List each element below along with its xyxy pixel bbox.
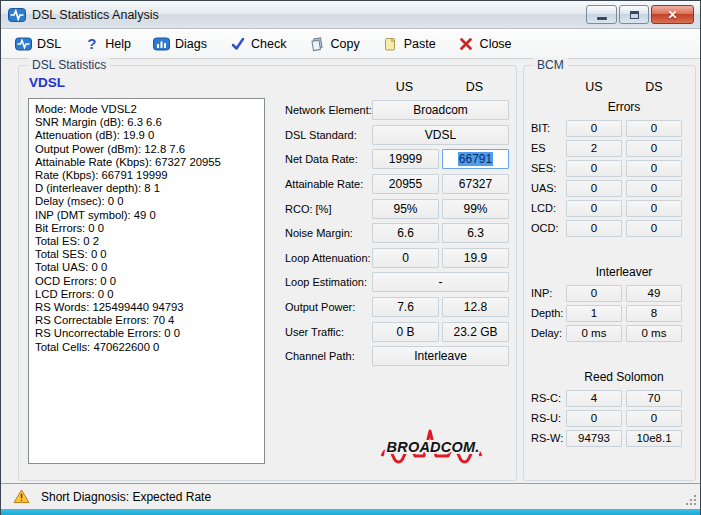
field-value-ds[interactable]: 0 bbox=[626, 200, 682, 217]
field-row: OCD:00 bbox=[531, 218, 689, 238]
minimize-icon bbox=[597, 17, 607, 20]
stat-line: OCD Errors: 0 0 bbox=[35, 275, 258, 288]
dsl-statistics-analysis-window: DSL Statistics Analysis ✕ DSL ? Help Dia… bbox=[0, 0, 701, 515]
close-button[interactable]: ✕ bbox=[651, 5, 694, 24]
field-value-us[interactable]: 0 bbox=[566, 120, 622, 137]
main-area: DSL Statistics VDSL Mode: Mode VDSL2SNR … bbox=[1, 59, 700, 483]
warning-icon bbox=[13, 489, 30, 504]
field-value-us[interactable]: 95% bbox=[372, 199, 439, 219]
field-value-us[interactable]: 0 bbox=[566, 410, 622, 427]
field-value-ds[interactable]: 67327 bbox=[442, 174, 509, 194]
field-label: SES: bbox=[531, 162, 566, 174]
field-value-us[interactable]: 0 ms bbox=[566, 325, 622, 342]
dsl-pulse-icon bbox=[15, 36, 32, 52]
status-bar: Short Diagnosis: Expected Rate bbox=[1, 483, 700, 509]
field-value-ds[interactable]: 66791 bbox=[442, 149, 509, 169]
field-value-ds[interactable]: 8 bbox=[626, 305, 682, 322]
field-value-ds[interactable]: 0 ms bbox=[626, 325, 682, 342]
field-row: RS-C:470 bbox=[531, 388, 689, 408]
toolbar-label: Diags bbox=[175, 37, 207, 51]
field-value-span[interactable]: Broadcom bbox=[372, 100, 509, 120]
field-label: User Traffic: bbox=[285, 326, 372, 338]
field-value-us[interactable]: 0 bbox=[566, 160, 622, 177]
field-value-ds[interactable]: 0 bbox=[626, 410, 682, 427]
stat-line: RS Correctable Errors: 70 4 bbox=[35, 314, 258, 327]
bcm-section: InterleaverINP:049Depth:18Delay:0 ms0 ms bbox=[531, 265, 689, 343]
field-value-ds[interactable]: 12.8 bbox=[442, 297, 509, 317]
close-x-icon bbox=[458, 36, 475, 52]
field-label: Attainable Rate: bbox=[285, 178, 372, 190]
field-label: Channel Path: bbox=[285, 350, 372, 362]
field-value-ds[interactable]: 99% bbox=[442, 199, 509, 219]
field-value-us[interactable]: 7.6 bbox=[372, 297, 439, 317]
field-value-us[interactable]: 0 bbox=[566, 285, 622, 302]
field-value-us[interactable]: 20955 bbox=[372, 174, 439, 194]
field-label: Loop Estimation: bbox=[285, 276, 372, 288]
field-value-ds[interactable]: 0 bbox=[626, 120, 682, 137]
diags-chart-icon bbox=[153, 36, 170, 52]
field-value-us[interactable]: 19999 bbox=[372, 149, 439, 169]
field-label: Net Data Rate: bbox=[285, 153, 372, 165]
selected-text: 66791 bbox=[458, 152, 493, 166]
field-value-us[interactable]: 0 bbox=[372, 248, 439, 268]
field-value-span[interactable]: - bbox=[372, 272, 509, 292]
toolbar-button-dsl[interactable]: DSL bbox=[15, 36, 61, 52]
field-row: Depth:18 bbox=[531, 303, 689, 323]
field-row: INP:049 bbox=[531, 283, 689, 303]
field-row: BIT:00 bbox=[531, 118, 689, 138]
field-value-ds[interactable]: 0 bbox=[626, 140, 682, 157]
field-value-us[interactable]: 1 bbox=[566, 305, 622, 322]
field-value-us[interactable]: 2 bbox=[566, 140, 622, 157]
field-value-us[interactable]: 0 bbox=[566, 180, 622, 197]
dsl-field-rows: Network Element:BroadcomDSL Standard:VDS… bbox=[285, 98, 511, 369]
toolbar-button-copy[interactable]: Copy bbox=[308, 36, 359, 52]
field-row: RS-U:00 bbox=[531, 408, 689, 428]
toolbar-button-help[interactable]: ? Help bbox=[83, 36, 131, 52]
field-value-ds[interactable]: 0 bbox=[626, 220, 682, 237]
broadcom-logo: BROADCOM. bbox=[372, 426, 509, 470]
field-value-us[interactable]: 0 bbox=[566, 200, 622, 217]
paste-icon bbox=[382, 36, 399, 52]
stat-line: RS Uncorrectable Errors: 0 0 bbox=[35, 327, 258, 340]
window-frame-edge bbox=[1, 509, 700, 515]
dsl-stats-textbox[interactable]: Mode: Mode VDSL2SNR Margin (dB): 6.3 6.6… bbox=[28, 98, 265, 464]
field-value-us[interactable]: 94793 bbox=[566, 430, 622, 447]
field-label: Output Power: bbox=[285, 301, 372, 313]
field-label: RS-C: bbox=[531, 392, 566, 404]
field-value-us[interactable]: 4 bbox=[566, 390, 622, 407]
field-value-ds[interactable]: 70 bbox=[626, 390, 682, 407]
toolbar: DSL ? Help Diags Check Copy bbox=[1, 29, 700, 59]
field-label: INP: bbox=[531, 287, 566, 299]
field-row: SES:00 bbox=[531, 158, 689, 178]
field-value-ds[interactable]: 19.9 bbox=[442, 248, 509, 268]
stat-line: Total UAS: 0 0 bbox=[35, 261, 258, 274]
minimize-button[interactable] bbox=[586, 5, 617, 24]
resize-grip[interactable] bbox=[685, 494, 697, 506]
field-value-ds[interactable]: 6.3 bbox=[442, 223, 509, 243]
field-value-ds[interactable]: 0 bbox=[626, 180, 682, 197]
stat-line: Output Power (dBm): 12.8 7.6 bbox=[35, 143, 258, 156]
field-value-span[interactable]: Interleave bbox=[372, 346, 509, 366]
toolbar-button-diags[interactable]: Diags bbox=[153, 36, 207, 52]
field-value-us[interactable]: 0 bbox=[566, 220, 622, 237]
field-value-span[interactable]: VDSL bbox=[372, 125, 509, 145]
field-value-ds[interactable]: 49 bbox=[626, 285, 682, 302]
toolbar-label: Help bbox=[105, 37, 131, 51]
field-value-us[interactable]: 0 B bbox=[372, 322, 439, 342]
field-row: Attainable Rate:2095567327 bbox=[285, 172, 511, 197]
group-title: DSL Statistics bbox=[28, 58, 110, 72]
toolbar-button-close[interactable]: Close bbox=[458, 36, 512, 52]
field-value-ds[interactable]: 0 bbox=[626, 160, 682, 177]
maximize-button[interactable] bbox=[619, 5, 649, 24]
field-row: Loop Estimation:- bbox=[285, 270, 511, 295]
field-value-us[interactable]: 6.6 bbox=[372, 223, 439, 243]
toolbar-button-check[interactable]: Check bbox=[229, 36, 286, 52]
field-value-ds[interactable]: 10e8.1 bbox=[626, 430, 682, 447]
stat-line: Total Cells: 470622600 0 bbox=[35, 341, 258, 354]
toolbar-button-paste[interactable]: Paste bbox=[382, 36, 436, 52]
app-pulse-icon bbox=[8, 7, 26, 23]
title-bar[interactable]: DSL Statistics Analysis ✕ bbox=[1, 1, 700, 29]
help-question-icon: ? bbox=[83, 36, 100, 52]
stat-line: LCD Errors: 0 0 bbox=[35, 288, 258, 301]
field-value-ds[interactable]: 23.2 GB bbox=[442, 322, 509, 342]
